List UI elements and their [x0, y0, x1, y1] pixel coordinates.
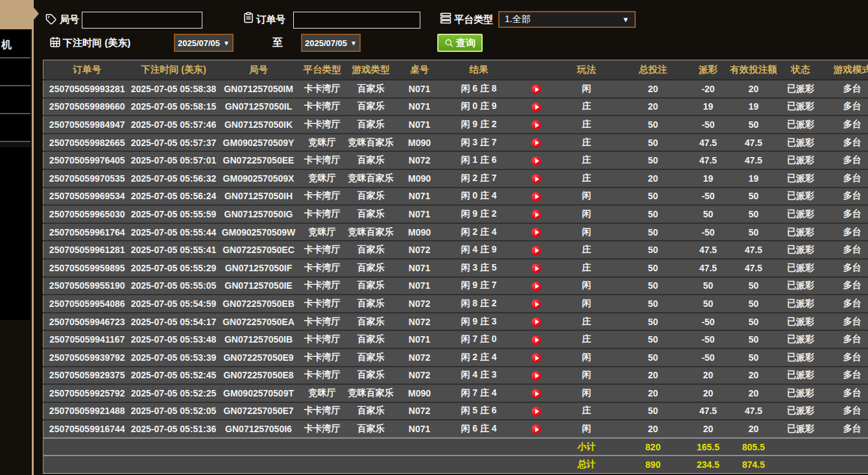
query-button[interactable]: 查询 [437, 34, 483, 52]
order-number: 250705059984947 [43, 116, 131, 134]
bet-time: 2025-07-05 05:54:17 [131, 313, 217, 331]
valid-bet: 50 [728, 223, 780, 241]
platform-type: 竞咪厅 [301, 223, 344, 241]
result: 闲 1 庄 6 [441, 151, 517, 169]
bet-time: 2025-07-05 05:52:05 [131, 402, 217, 420]
video-play-icon[interactable] [531, 138, 541, 148]
play-triangle-icon [535, 373, 539, 378]
table-row: 2507050599705352025-07-05 05:56:32GM0902… [43, 169, 868, 188]
total-bet: 50 [618, 134, 689, 152]
video-play-icon[interactable] [531, 120, 541, 130]
table-row: 2507050599598952025-07-05 05:55:29GN0712… [43, 259, 868, 277]
total-bet: 20 [618, 98, 689, 116]
column-header-play-type: 玩法 [556, 60, 618, 80]
date-from-select[interactable]: 2025/07/05 ▼ [174, 34, 234, 52]
play-type: 庄 [556, 151, 618, 169]
video-play-icon[interactable] [531, 210, 541, 219]
video-play-icon[interactable] [531, 192, 541, 202]
video-play-icon[interactable] [531, 335, 541, 345]
platform-type: 卡卡湾厅 [301, 259, 344, 277]
video-play-icon[interactable] [531, 263, 541, 273]
game-mode: 多台 [822, 151, 868, 169]
table-row: 2507050599551902025-07-05 05:55:05GN0712… [43, 277, 868, 295]
game-type: 百家乐 [344, 259, 398, 277]
platform-type-select[interactable]: 1.全部 ▼ [498, 11, 636, 28]
table-row: 2507050599617642025-07-05 05:55:44GM0902… [43, 223, 868, 241]
order-number-input[interactable] [293, 12, 420, 29]
game-type: 竞咪百家乐 [344, 223, 398, 241]
video-play-icon[interactable] [531, 407, 541, 417]
date-to-value: 2025/07/05 [305, 38, 347, 48]
game-mode: 多台 [822, 241, 868, 259]
column-header-bet-time: 下注时间 (美东) [131, 60, 217, 80]
video-play-icon[interactable] [531, 174, 541, 184]
video-play-icon[interactable] [531, 299, 541, 309]
order-number: 250705059969534 [43, 188, 131, 206]
play-type: 庄 [556, 241, 618, 259]
game-type: 百家乐 [344, 313, 398, 331]
platform-type: 卡卡湾厅 [301, 277, 344, 295]
video-play-icon [517, 169, 556, 188]
column-header-valid-bet: 有效投注额 [728, 60, 780, 80]
video-play-icon[interactable] [531, 84, 541, 94]
column-header-video [517, 60, 556, 80]
column-header-table-number: 桌号 [398, 60, 441, 80]
order-number: 250705059989660 [43, 98, 131, 116]
video-play-icon[interactable] [531, 103, 541, 112]
video-play-icon[interactable] [531, 246, 541, 256]
video-play-icon[interactable] [531, 156, 541, 166]
total-bet: 50 [618, 223, 689, 241]
grandtotal-row: 总计 890 234.5 874.5 [43, 456, 868, 474]
table-number: M090 [398, 169, 441, 188]
play-type: 闲 [556, 348, 618, 367]
video-play-icon[interactable] [531, 371, 541, 381]
play-type: 庄 [556, 116, 618, 134]
grandtotal-spacer [43, 456, 556, 474]
table-row: 2507050599650302025-07-05 05:55:59GN0712… [43, 205, 868, 223]
valid-bet: 50 [728, 330, 780, 348]
play-type: 闲 [556, 295, 618, 313]
bet-time: 2025-07-05 05:55:05 [131, 277, 217, 295]
column-header-status: 状态 [780, 60, 822, 80]
play-triangle-icon [535, 284, 539, 289]
sidebar-item-4[interactable] [0, 114, 30, 142]
video-play-icon[interactable] [531, 353, 541, 363]
game-mode: 多台 [822, 295, 868, 313]
game-type: 百家乐 [344, 98, 398, 116]
video-play-icon[interactable] [531, 389, 541, 398]
round-number: GN072257050E9 [217, 348, 301, 367]
total-bet: 20 [618, 367, 689, 385]
order-number: 250705059954086 [43, 295, 131, 313]
platform-type: 卡卡湾厅 [301, 188, 344, 206]
result: 闲 6 庄 4 [441, 420, 517, 438]
round-number: GN071257050I6 [217, 420, 301, 438]
sidebar-item-2[interactable] [0, 58, 30, 86]
valid-bet: 20 [728, 420, 780, 438]
video-play-icon[interactable] [531, 424, 541, 434]
video-play-icon[interactable] [531, 228, 541, 238]
column-header-platform-type: 平台类型 [301, 60, 344, 80]
sidebar-item-1[interactable]: 机 [0, 30, 30, 58]
status: 已派彩 [780, 151, 822, 169]
order-number: 250705059982665 [43, 134, 131, 152]
platform-type: 竞咪厅 [301, 384, 344, 402]
order-number: 250705059970535 [43, 169, 131, 188]
date-to-select[interactable]: 2025/07/05 ▼ [301, 34, 361, 52]
game-type: 竞咪百家乐 [344, 134, 398, 152]
result: 闲 0 庄 9 [441, 98, 517, 116]
round-number-input[interactable] [82, 12, 202, 29]
video-play-icon[interactable] [531, 317, 541, 327]
table-number: N071 [398, 188, 441, 206]
video-play-icon[interactable] [531, 282, 541, 291]
result: 闲 9 庄 7 [441, 277, 517, 295]
total-bet: 20 [618, 80, 689, 98]
table-number: M090 [398, 223, 441, 241]
play-type: 闲 [556, 188, 618, 206]
payout: -50 [689, 330, 728, 348]
sidebar-item-3[interactable] [0, 86, 30, 114]
valid-bet: 50 [728, 348, 780, 367]
platform-type: 卡卡湾厅 [301, 295, 344, 313]
column-header-round-number: 局号 [217, 60, 301, 80]
valid-bet: 47.5 [728, 241, 780, 259]
table-number: N071 [398, 330, 441, 348]
